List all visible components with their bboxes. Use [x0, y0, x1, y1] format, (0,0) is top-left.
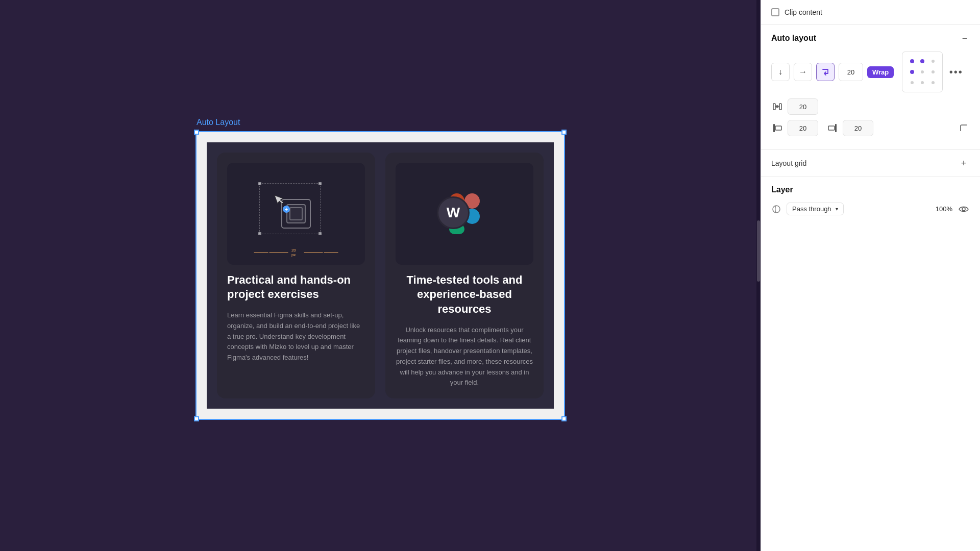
- grid-dot-4[interactable]: [910, 70, 914, 74]
- grid-dot-9[interactable]: [932, 81, 935, 84]
- sel-handle-bl: [258, 232, 261, 235]
- component-icon-wrapper: +: [278, 195, 314, 232]
- frame-label: Auto Layout: [197, 118, 240, 127]
- direction-down-button[interactable]: ↓: [771, 63, 790, 81]
- padding-left-input[interactable]: 20: [788, 120, 818, 136]
- corner-radius-icon: [958, 122, 970, 134]
- svg-rect-9: [779, 104, 781, 110]
- clip-content-row: Clip content: [771, 8, 970, 16]
- svg-rect-15: [835, 124, 837, 132]
- direction-row: ↓ → 20 Wrap: [771, 52, 970, 92]
- canvas-area: Auto Layout: [0, 0, 761, 551]
- padding-row-1: 20 20: [771, 120, 970, 136]
- sel-handle-br: [318, 232, 322, 235]
- layer-row: Pass through ▾ 100%: [771, 203, 970, 215]
- layer-mode-label: Pass through: [792, 205, 831, 213]
- selection-box: [259, 183, 321, 234]
- chevron-down-icon: ▾: [836, 206, 838, 212]
- handle-bottom-right[interactable]: [561, 416, 567, 421]
- grid-dot-8[interactable]: [921, 81, 924, 84]
- add-cursor-badge: +: [283, 206, 290, 213]
- handle-top-left[interactable]: [194, 130, 199, 135]
- card-1-title: Practical and hands-on project exercises: [227, 273, 365, 302]
- padding-right-icon: [826, 122, 839, 134]
- auto-layout-collapse-button[interactable]: −: [960, 33, 970, 43]
- wrap-icon-svg: [821, 67, 830, 77]
- handle-bottom-left[interactable]: [194, 416, 199, 421]
- layout-grid-row: Layout grid +: [761, 150, 980, 177]
- horizontal-spacing-row: 20: [771, 98, 970, 115]
- scrollbar-thumb[interactable]: [757, 220, 760, 282]
- svg-rect-16: [828, 126, 835, 130]
- padding-right-input[interactable]: 20: [843, 120, 873, 136]
- horizontal-gap-input[interactable]: 20: [788, 98, 818, 115]
- cursor-icon: [274, 194, 284, 209]
- horizontal-gap-icon: [771, 101, 783, 113]
- wrap-gap-value[interactable]: 20: [839, 63, 863, 81]
- grid-dot-5[interactable]: [921, 70, 924, 73]
- svg-point-17: [773, 206, 780, 213]
- svg-point-18: [962, 208, 965, 211]
- auto-layout-title: Auto layout: [771, 34, 816, 43]
- card-1-illustration: + 20 px: [227, 163, 365, 265]
- card-1: + 20 px Practical and hands-on project e…: [217, 153, 375, 399]
- layer-visibility-toggle[interactable]: [958, 203, 970, 215]
- handle-top-right[interactable]: [561, 130, 567, 135]
- card-2: W Time-tested tools and experience-based…: [385, 153, 544, 399]
- layer-section-title: Layer: [771, 185, 970, 194]
- grid-dot-7[interactable]: [911, 81, 914, 84]
- figma-illustration: W: [449, 193, 480, 234]
- svg-rect-14: [775, 126, 781, 130]
- svg-rect-8: [773, 104, 775, 110]
- grid-alignment-widget[interactable]: [902, 52, 943, 92]
- more-options-button[interactable]: •••: [947, 63, 965, 81]
- auto-layout-header: Auto layout −: [771, 33, 970, 43]
- clip-content-section: Clip content: [761, 0, 980, 25]
- layout-grid-label: Layout grid: [771, 159, 806, 167]
- auto-layout-section: Auto layout − ↓ → 20 Wrap: [761, 25, 980, 150]
- svg-rect-13: [773, 124, 775, 132]
- grid-dot-2[interactable]: [920, 59, 924, 63]
- layer-blend-mode-select[interactable]: Pass through ▾: [787, 203, 844, 215]
- card-1-body: Learn essential Figma skills and set-up,…: [227, 310, 365, 363]
- card-2-illustration: W: [396, 163, 533, 265]
- sel-handle-tl: [258, 182, 261, 185]
- direction-right-button[interactable]: →: [794, 63, 812, 81]
- canvas-scrollbar[interactable]: [756, 0, 761, 551]
- sel-handle-tr: [318, 182, 322, 185]
- card-2-body: Unlock resources that compliments your l…: [396, 325, 533, 389]
- wrap-label-button[interactable]: Wrap: [867, 66, 894, 78]
- layer-section: Layer Pass through ▾ 100%: [761, 177, 980, 223]
- cards-container: + 20 px Practical and hands-on project e…: [207, 142, 554, 409]
- webflow-badge: W: [437, 196, 470, 229]
- clip-content-label: Clip content: [785, 8, 822, 16]
- layer-blend-icon: [771, 204, 781, 214]
- grid-dot-1[interactable]: [910, 59, 914, 63]
- auto-layout-frame[interactable]: Auto Layout: [195, 131, 565, 420]
- direction-wrap-button[interactable]: [816, 63, 835, 81]
- grid-dot-6[interactable]: [932, 70, 935, 73]
- padding-left-icon: [771, 122, 783, 134]
- measure-line: 20 px: [254, 248, 338, 257]
- right-panel: Clip content Auto layout − ↓ → 20 Wrap: [761, 0, 980, 551]
- grid-dot-3[interactable]: [932, 60, 935, 63]
- card-2-title: Time-tested tools and experience-based r…: [396, 273, 533, 317]
- clip-content-checkbox[interactable]: [771, 8, 779, 16]
- add-layout-grid-button[interactable]: +: [958, 157, 970, 169]
- layer-opacity-value[interactable]: 100%: [936, 205, 952, 213]
